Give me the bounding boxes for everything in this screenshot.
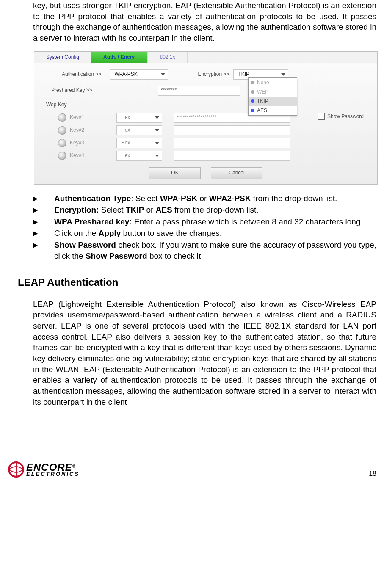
ok-button[interactable]: OK <box>149 167 201 179</box>
triangle-right-icon: ▶ <box>33 240 54 261</box>
dropdown-encryption-value: TKIP <box>238 71 249 77</box>
wep-key-label: Key#1 <box>70 114 95 121</box>
chevron-down-icon <box>281 73 285 76</box>
radio-icon[interactable] <box>58 126 66 135</box>
wep-key-label: Key#3 <box>70 139 95 146</box>
chevron-down-icon <box>155 142 159 144</box>
intro-paragraph: key, but uses stronger TKIP encryption. … <box>33 0 376 44</box>
chevron-down-icon <box>155 155 159 157</box>
wep-key-row: Key#4Hex <box>58 150 373 161</box>
tab-auth-encry[interactable]: Auth. \ Encry. <box>91 52 148 63</box>
option-none[interactable]: None <box>249 78 297 87</box>
input-wep-key[interactable] <box>174 138 290 148</box>
label-wep-key: Wep Key <box>46 101 66 108</box>
triangle-right-icon: ▶ <box>33 204 54 215</box>
checkbox-show-password[interactable] <box>318 113 325 120</box>
tab-system-config[interactable]: System Config <box>34 52 91 63</box>
wep-key-label: Key#2 <box>70 127 95 133</box>
dropdown-authentication[interactable]: WPA-PSK <box>110 69 168 80</box>
label-preshared-key: Preshared Key >> <box>51 87 92 94</box>
dropdown-authentication-value: WPA-PSK <box>114 71 137 77</box>
bullet-icon <box>251 99 254 103</box>
option-wep[interactable]: WEP <box>249 87 297 97</box>
config-dialog: System Config Auth. \ Encry. 802.1x Auth… <box>34 51 378 185</box>
heading-leap: LEAP Authentication <box>18 276 376 289</box>
triangle-right-icon: ▶ <box>33 216 54 227</box>
chevron-down-icon <box>155 116 159 119</box>
dropdown-key-type[interactable]: Hex <box>116 138 162 148</box>
bullet-apply: ▶ Click on the Apply button to save the … <box>33 228 376 239</box>
bullet-icon <box>251 81 254 84</box>
bullet-icon <box>251 90 254 94</box>
dropdown-key-type[interactable]: Hex <box>116 151 162 161</box>
dropdown-key-type[interactable]: Hex <box>116 125 162 135</box>
tab-strip: System Config Auth. \ Encry. 802.1x <box>34 52 377 63</box>
input-wep-key[interactable] <box>174 151 290 161</box>
radio-icon[interactable] <box>58 139 66 147</box>
globe-icon <box>8 461 25 478</box>
label-authentication: Authentication >> <box>62 71 101 77</box>
page-number: 18 <box>369 469 376 478</box>
bullet-encryption: ▶ Encryption: Select TKIP or AES from th… <box>33 204 376 215</box>
radio-icon[interactable] <box>58 152 66 160</box>
input-wep-key[interactable] <box>174 125 290 135</box>
wep-key-label: Key#4 <box>70 152 95 159</box>
chevron-down-icon <box>155 129 159 132</box>
chevron-down-icon <box>161 73 165 76</box>
instruction-bullets: ▶ Authentication Type: Select WPA-PSK or… <box>33 193 376 262</box>
tab-8021x[interactable]: 802.1x <box>148 52 187 63</box>
wep-key-row: Key#2Hex <box>58 125 373 136</box>
bullet-wpa-key: ▶ WPA Preshared key: Enter a pass phrase… <box>33 216 376 227</box>
bullet-show-password: ▶ Show Password check box. If you want t… <box>33 240 376 261</box>
input-preshared-key[interactable]: ******** <box>158 86 240 96</box>
label-show-password: Show Password <box>327 113 364 120</box>
label-encryption: Encryption >> <box>198 71 229 77</box>
dropdown-key-type[interactable]: Hex <box>116 113 162 123</box>
leap-paragraph: LEAP (Lightweight Extensible Authenticat… <box>33 299 376 407</box>
dropdown-encryption-popup[interactable]: None WEP TKIP AES <box>248 77 297 116</box>
bullet-auth-type: ▶ Authentication Type: Select WPA-PSK or… <box>33 193 376 204</box>
wep-key-row: Key#3Hex <box>58 138 373 149</box>
bullet-icon <box>251 109 254 112</box>
radio-icon[interactable] <box>58 113 66 122</box>
option-aes[interactable]: AES <box>249 106 297 115</box>
brand-logo: ENCORE® ELECTRONICS <box>8 461 80 478</box>
option-tkip[interactable]: TKIP <box>249 97 297 106</box>
triangle-right-icon: ▶ <box>33 193 54 204</box>
cancel-button[interactable]: Cancel <box>211 167 262 179</box>
triangle-right-icon: ▶ <box>33 228 54 239</box>
